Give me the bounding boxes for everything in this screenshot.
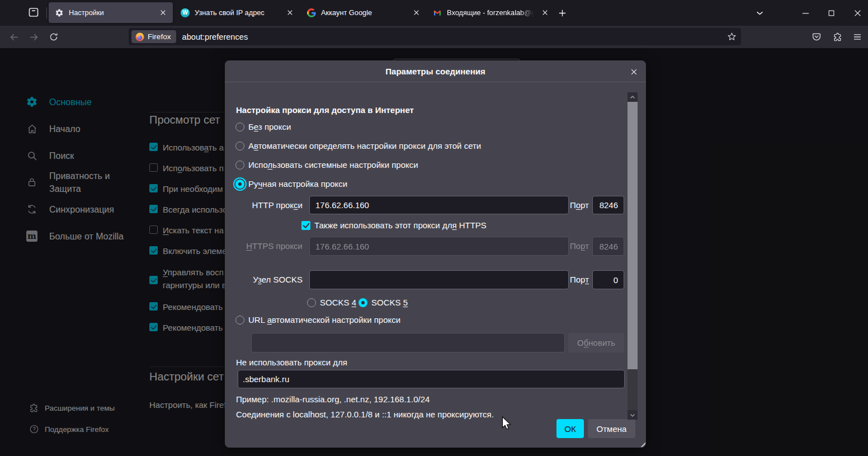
site-w-icon: W [181, 8, 190, 17]
pocket-icon[interactable] [810, 30, 823, 44]
extensions-puzzle-icon[interactable] [831, 30, 845, 44]
bookmark-star-icon[interactable] [723, 30, 740, 44]
tab-gmail-inbox[interactable]: Входящие - forzenkalab@gmai [427, 2, 553, 23]
localhost-note: Соединения с localhost, 127.0.0.1/8 и ::… [236, 410, 494, 419]
no-proxy-example: Пример: .mozilla-russia.org, .net.nz, 19… [236, 394, 430, 404]
tab-close-icon[interactable] [539, 7, 550, 18]
reload-button[interactable] [47, 30, 60, 44]
radio-system-proxy[interactable]: Использовать системные настройки прокси [235, 160, 418, 170]
identity-chip[interactable]: Firefox [131, 30, 176, 43]
radio-icon[interactable] [358, 298, 367, 307]
tab-title: Настройки [69, 8, 154, 17]
mouse-cursor [502, 416, 512, 431]
radio-no-proxy[interactable]: Без прокси [235, 122, 291, 131]
forward-button[interactable] [27, 30, 40, 44]
checkbox-checked-icon[interactable] [301, 221, 310, 230]
radio-icon[interactable] [235, 123, 244, 131]
socks-port-input[interactable] [592, 270, 624, 289]
option-label: Использовать системные настройки прокси [248, 160, 418, 170]
proxy-section-heading: Настройка прокси для доступа в Интернет [236, 105, 414, 115]
option-label: SOCKS 4 [320, 298, 356, 307]
radio-icon[interactable] [307, 298, 316, 307]
tab-bar: Настройки W Узнать свой IP адрес [0, 0, 868, 26]
dialog-close-icon[interactable] [627, 65, 640, 78]
option-label: Автоматически определять настройки прокс… [248, 141, 481, 151]
scrollbar-up-icon[interactable] [628, 92, 638, 102]
tab-title: Аккаунт Google [321, 8, 407, 17]
no-proxy-label: Не использовать прокси для [236, 358, 347, 367]
navigation-toolbar: Firefox about:preferences [0, 26, 868, 48]
window-maximize-button[interactable] [825, 7, 837, 18]
socks-port-label: Порт [567, 270, 589, 289]
option-label: SOCKS 5 [371, 298, 408, 307]
option-label: Также использовать этот прокси для HTTPS [314, 220, 487, 230]
google-icon [307, 8, 316, 17]
http-port-input[interactable] [592, 196, 624, 214]
http-proxy-label: HTTP прокси [225, 196, 303, 214]
scrollbar-thumb[interactable] [628, 102, 638, 369]
tab-title: Входящие - forzenkalab@gmai [447, 8, 536, 17]
radio-icon[interactable] [235, 180, 244, 189]
tab-close-icon[interactable] [157, 7, 168, 18]
browser-window: Настройки W Узнать свой IP адрес [0, 0, 868, 456]
https-proxy-label: HTTPS прокси [225, 237, 303, 256]
radio-socks4[interactable]: SOCKS 4 [307, 298, 356, 307]
option-label: Ручная настройка прокси [248, 179, 347, 189]
http-proxy-input[interactable] [309, 196, 569, 214]
tab-google-account[interactable]: Аккаунт Google [301, 2, 426, 23]
w-badge-letter: W [181, 8, 190, 17]
radio-auto-config-url[interactable]: URL автоматической настройки прокси [235, 315, 400, 325]
tab-close-icon[interactable] [411, 7, 422, 18]
option-label: Без прокси [248, 122, 291, 131]
tab-separator [46, 7, 47, 18]
url-bar[interactable]: Firefox about:preferences [129, 28, 741, 45]
radio-icon[interactable] [235, 161, 244, 170]
https-port-label: Порт [567, 237, 589, 256]
radio-socks5[interactable]: SOCKS 5 [358, 298, 408, 307]
dialog-resize-grip[interactable] [637, 439, 645, 447]
dialog-title: Параметры соединения [385, 67, 485, 76]
share-proxy-checkbox-row[interactable]: Также использовать этот прокси для HTTPS [301, 220, 487, 230]
gear-icon [55, 8, 64, 17]
tab-title: Узнать свой IP адрес [195, 8, 281, 17]
cancel-button[interactable]: Отмена [588, 419, 635, 438]
no-proxy-input[interactable] [238, 370, 625, 388]
gmail-icon [433, 8, 442, 17]
url-text[interactable]: about:preferences [182, 32, 723, 41]
list-all-tabs-button[interactable] [754, 7, 765, 18]
window-minimize-button[interactable] [800, 7, 811, 18]
firefox-view-button[interactable] [27, 6, 40, 19]
firefox-logo-icon [135, 32, 144, 41]
reload-url-button: Обновить [568, 333, 624, 352]
ok-button[interactable]: ОК [556, 419, 584, 438]
scrollbar-track[interactable] [628, 369, 638, 410]
tab-ip-address[interactable]: W Узнать свой IP адрес [174, 2, 300, 23]
radio-manual-proxy[interactable]: Ручная настройка прокси [235, 179, 347, 189]
http-port-label: Порт [567, 196, 589, 214]
socks-host-label: Узел SOCKS [225, 270, 303, 289]
dialog-scrollbar[interactable] [628, 92, 638, 420]
dialog-header: Параметры соединения [225, 60, 646, 82]
scrollbar-down-icon[interactable] [628, 410, 638, 420]
tab-close-icon[interactable] [284, 7, 295, 18]
tab-settings[interactable]: Настройки [49, 2, 173, 23]
menu-hamburger-icon[interactable] [851, 30, 864, 44]
connection-settings-dialog: Параметры соединения Настройка прокси дл… [225, 60, 646, 448]
settings-page: Основные Начало Поиск Приватность иЗащит… [0, 48, 868, 456]
https-port-input [592, 237, 624, 256]
radio-auto-detect[interactable]: Автоматически определять настройки прокс… [235, 141, 481, 151]
option-label: URL автоматической настройки прокси [248, 315, 400, 325]
back-button[interactable] [7, 30, 21, 44]
socks-host-input[interactable] [309, 270, 569, 289]
identity-chip-label: Firefox [148, 32, 171, 41]
new-tab-button[interactable] [556, 7, 568, 19]
window-close-button[interactable] [852, 7, 863, 18]
radio-icon[interactable] [235, 142, 244, 151]
https-proxy-input [309, 237, 569, 256]
radio-icon[interactable] [235, 316, 244, 325]
auto-config-url-input [251, 333, 565, 352]
